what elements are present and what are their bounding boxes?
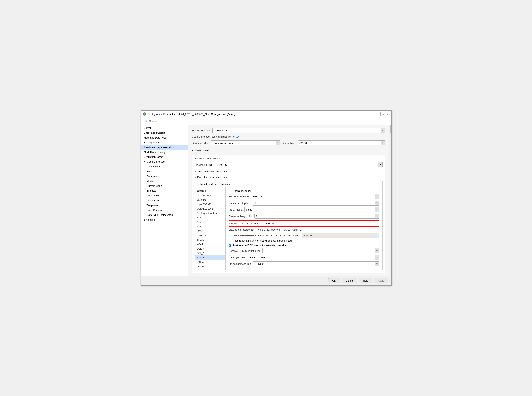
post-tx-fifo-checkbox[interactable]	[229, 239, 231, 242]
baud-prescaler-label: Baud rate prescaler (BRR = ((SCIHBAUD <<…	[229, 228, 298, 231]
apply-button[interactable]: Apply	[374, 278, 388, 283]
pin-assignment-row: Pin assignment(Tx): GPIO29 ▼	[229, 261, 379, 266]
task-profiling-header[interactable]: ▶ Task profiling on processor	[194, 169, 383, 173]
rx-fifo-level-dropdown-btn[interactable]: ▼	[375, 248, 379, 253]
group-item-output-x-bar[interactable]: Output X-BAR	[195, 206, 225, 211]
device-type-label: Device type:	[282, 142, 296, 145]
sidebar-item-label: Hardware Implementation	[144, 146, 175, 149]
sidebar-item-verification[interactable]: Verification	[141, 198, 188, 203]
sidebar-item-hardware-implementation[interactable]: Hardware Implementation	[141, 145, 188, 150]
device-type-dropdown[interactable]: C2000 ▼	[298, 140, 385, 146]
desired-baud-input[interactable]	[264, 221, 287, 226]
groups-container: Groups Build options Clocking Input X-BA…	[195, 187, 382, 270]
restore-button[interactable]: □	[381, 112, 385, 116]
hardware-board-dropdown[interactable]: TI F28003x ▼	[212, 128, 385, 133]
search-wrapper: 🔍	[143, 119, 389, 123]
sidebar-item-simulation-target[interactable]: Simulation Target	[141, 155, 188, 159]
device-vendor-dropdown-btn[interactable]: ▼	[276, 141, 280, 145]
group-item-dac[interactable]: DAC	[195, 229, 225, 233]
minimize-button[interactable]: –	[377, 112, 380, 116]
post-rx-fifo-label: Post receive FIFO interrupt when data is…	[233, 244, 288, 247]
code-gen-link[interactable]: ert.tlc	[233, 135, 239, 138]
group-item-analog-subsystem[interactable]: Analog subsystem	[195, 211, 225, 215]
processing-unit-value: c28xCPU1	[215, 163, 378, 167]
enable-loopback-checkbox[interactable]	[229, 190, 231, 192]
parity-mode-dropdown-btn[interactable]: ▼	[375, 207, 379, 212]
close-button[interactable]: ✕	[385, 112, 389, 116]
sidebar-item-math-data-types[interactable]: Math and Data Types	[141, 135, 188, 140]
search-bar: 🔍	[141, 117, 391, 125]
data-byte-order-dropdown[interactable]: Little_Endian ▼	[249, 255, 379, 260]
device-type-dropdown-btn[interactable]: ▼	[381, 141, 385, 145]
enable-loopback-label: Enable loopback	[233, 190, 251, 192]
group-item-sci-a[interactable]: SCI_A	[195, 251, 225, 255]
cancel-button[interactable]: Cancel	[342, 278, 357, 283]
sidebar-item-code-generation[interactable]: ▼ Code Generation	[141, 159, 188, 164]
pin-assignment-dropdown[interactable]: GPIO29 ▼	[253, 261, 379, 266]
sidebar-item-templates[interactable]: Templates	[141, 203, 188, 208]
baud-prescaler-value: 2	[300, 228, 302, 231]
post-rx-fifo-checkbox[interactable]	[229, 244, 231, 247]
ok-button[interactable]: OK	[328, 278, 340, 283]
sidebar-item-simscape[interactable]: Simscape	[141, 217, 188, 222]
group-item-ecap[interactable]: eCAP	[195, 242, 225, 246]
num-stop-bits-dropdown-btn[interactable]: ▼	[375, 201, 379, 205]
target-hw-header[interactable]: ▼ Target hardware resources	[195, 181, 382, 187]
group-item-i2c-b[interactable]: I2C_B	[195, 264, 225, 269]
operating-system-header[interactable]: ▶ Operating system/scheduler	[194, 175, 383, 179]
processing-unit-dropdown[interactable]: c28xCPU1 ▼	[215, 162, 382, 167]
title-bar-controls: – □ ✕	[377, 112, 389, 116]
group-item-cmpss[interactable]: CMPSS	[195, 233, 225, 238]
group-item-eqep[interactable]: eQEP	[195, 246, 225, 251]
char-length-dropdown[interactable]: 8 ▼	[254, 214, 379, 219]
device-vendor-dropdown[interactable]: Texas Instruments ▼	[210, 140, 280, 146]
sidebar-item-code-style[interactable]: Code Style	[141, 193, 188, 198]
group-item-epwm[interactable]: ePWM	[195, 238, 225, 242]
num-stop-bits-dropdown[interactable]: 1 ▼	[253, 200, 379, 205]
hardware-board-value: TI F28003x	[213, 129, 380, 132]
sidebar-item-optimization[interactable]: Optimization	[141, 164, 188, 169]
sidebar-item-model-referencing[interactable]: Model Referencing	[141, 150, 188, 155]
sidebar-item-label: Templates	[147, 204, 158, 207]
sidebar-item-data-import-export[interactable]: Data Import/Export	[141, 130, 188, 135]
data-byte-order-dropdown-btn[interactable]: ▼	[375, 255, 379, 260]
suspension-mode-dropdown[interactable]: Free_run ▼	[251, 194, 379, 199]
post-tx-fifo-row: Post transmit FIFO interrupt when data i…	[229, 239, 379, 242]
group-item-input-x-bar[interactable]: Input X-BAR	[195, 202, 225, 206]
char-length-dropdown-btn[interactable]: ▼	[375, 214, 379, 218]
parity-mode-dropdown[interactable]: None ▼	[244, 207, 379, 212]
group-item-i2c-a[interactable]: I2C_A	[195, 260, 225, 264]
search-input[interactable]	[149, 120, 387, 122]
sidebar-item-data-type-replacement[interactable]: Data Type Replacement	[141, 212, 188, 217]
sidebar-item-label: Verification	[147, 199, 159, 202]
scrollbar[interactable]	[389, 125, 391, 276]
device-vendor-label: Device vendor:	[192, 142, 209, 145]
sidebar-item-custom-code[interactable]: Custom Code	[141, 184, 188, 188]
suspension-mode-dropdown-btn[interactable]: ▼	[375, 194, 379, 199]
sidebar-item-label: Optimization	[147, 165, 161, 168]
sidebar-item-code-placement[interactable]: Code Placement	[141, 208, 188, 212]
scrollbar-thumb[interactable]	[390, 125, 391, 133]
sidebar-item-solver[interactable]: Solver	[141, 126, 188, 130]
sidebar-item-comments[interactable]: Comments	[141, 174, 188, 179]
processing-unit-dropdown-btn[interactable]: ▼	[378, 163, 382, 167]
help-button[interactable]: Help	[359, 278, 372, 283]
sidebar-item-report[interactable]: Report	[141, 169, 188, 174]
hardware-board-dropdown-btn[interactable]: ▼	[381, 128, 385, 133]
sidebar-item-label: Comments	[147, 175, 159, 178]
group-item-sci-b[interactable]: SCI_B	[195, 255, 225, 260]
group-item-build-options[interactable]: Build options	[195, 193, 225, 198]
post-rx-fifo-row: Post receive FIFO interrupt when data is…	[229, 244, 379, 247]
group-item-adc-a[interactable]: ADC_A	[195, 215, 225, 220]
device-details-header[interactable]: ▶ Device details	[192, 148, 385, 152]
sidebar-item-interface[interactable]: Interface	[141, 188, 188, 193]
pin-assignment-dropdown-btn[interactable]: ▼	[375, 262, 379, 266]
sidebar-item-identifiers[interactable]: Identifiers	[141, 179, 188, 184]
group-item-adc-b[interactable]: ADC_B	[195, 220, 225, 224]
rx-fifo-level-dropdown[interactable]: 4 ▼	[262, 248, 379, 253]
char-length-value: 8	[255, 214, 375, 218]
sidebar-item-diagnostics[interactable]: ▶ Diagnostics	[141, 140, 188, 145]
parity-mode-value: None	[245, 208, 375, 211]
group-item-adc-c[interactable]: ADC_C	[195, 224, 225, 229]
group-item-clocking[interactable]: Clocking	[195, 198, 225, 202]
